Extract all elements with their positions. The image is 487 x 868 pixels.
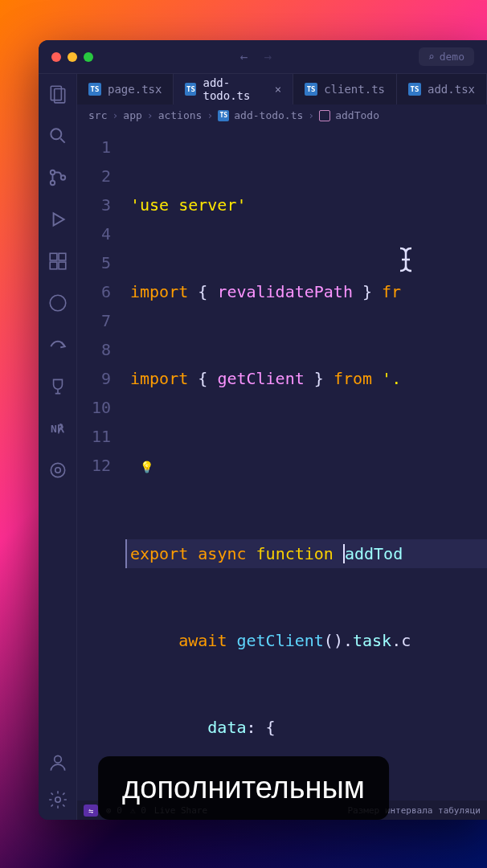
svg-rect-9 bbox=[59, 253, 66, 260]
explorer-icon[interactable] bbox=[47, 84, 68, 104]
editor-window: ← → ⌕ demo bbox=[39, 40, 487, 820]
breadcrumbs[interactable]: src › app › actions › TS add-todo.ts › a… bbox=[77, 104, 487, 126]
svg-point-14 bbox=[55, 468, 60, 473]
chevron-right-icon: › bbox=[147, 109, 153, 121]
trophy-icon[interactable] bbox=[47, 376, 68, 397]
extensions-icon[interactable] bbox=[47, 251, 68, 272]
crumb-app[interactable]: app bbox=[123, 109, 141, 121]
svg-marker-7 bbox=[53, 213, 63, 225]
chevron-right-icon: › bbox=[207, 109, 213, 121]
svg-point-13 bbox=[51, 463, 64, 477]
editor-tabs: TS page.tsx TS add-todo.ts × TS client.t… bbox=[77, 74, 487, 104]
svg-point-4 bbox=[50, 170, 54, 174]
svg-line-3 bbox=[60, 138, 64, 142]
source-control-icon[interactable] bbox=[47, 167, 68, 188]
circle-icon[interactable] bbox=[47, 460, 68, 481]
lightbulb-icon[interactable]: 💡 bbox=[140, 461, 153, 473]
svg-point-15 bbox=[54, 755, 61, 763]
titlebar: ← → ⌕ demo bbox=[39, 40, 487, 74]
github-icon[interactable] bbox=[47, 293, 68, 313]
nx-icon[interactable]: N℟ bbox=[47, 418, 68, 439]
window-controls bbox=[51, 52, 93, 62]
maximize-window-button[interactable] bbox=[84, 52, 93, 62]
tab-label: add.tsx bbox=[428, 83, 475, 96]
main-area: N℟ TS page.tsx TS ad bbox=[39, 74, 487, 820]
crumb-symbol[interactable]: addTodo bbox=[335, 109, 379, 121]
typescript-icon: TS bbox=[408, 83, 421, 96]
debug-icon[interactable] bbox=[47, 209, 68, 230]
typescript-icon: TS bbox=[218, 110, 229, 121]
remote-indicator[interactable]: ⇋ bbox=[84, 805, 98, 817]
tab-add-todo[interactable]: TS add-todo.ts × bbox=[174, 74, 293, 104]
code-content[interactable]: 'use server' import { revalidatePath } f… bbox=[125, 126, 487, 800]
chevron-right-icon: › bbox=[308, 109, 314, 121]
svg-point-16 bbox=[55, 797, 60, 803]
activity-bar: N℟ bbox=[39, 74, 77, 820]
nav-forward-icon[interactable]: → bbox=[264, 49, 272, 64]
share-icon[interactable] bbox=[47, 334, 68, 355]
search-icon[interactable] bbox=[47, 125, 68, 146]
typescript-icon: TS bbox=[305, 83, 317, 96]
crumb-file[interactable]: add-todo.ts bbox=[234, 109, 303, 121]
crumb-src[interactable]: src bbox=[88, 109, 107, 121]
svg-rect-11 bbox=[59, 262, 66, 269]
svg-point-12 bbox=[50, 295, 66, 311]
search-placeholder: demo bbox=[440, 51, 464, 63]
typescript-icon: TS bbox=[88, 83, 101, 96]
svg-rect-8 bbox=[50, 253, 57, 260]
nav-back-icon[interactable]: ← bbox=[240, 49, 248, 64]
svg-rect-10 bbox=[50, 262, 57, 269]
tab-add[interactable]: TS add.tsx bbox=[397, 74, 487, 104]
tab-page[interactable]: TS page.tsx bbox=[77, 74, 174, 104]
svg-point-6 bbox=[60, 175, 64, 179]
subtitle-caption: дополнительным bbox=[98, 756, 389, 820]
editor-area: TS page.tsx TS add-todo.ts × TS client.t… bbox=[77, 74, 487, 820]
tab-label: add-todo.ts bbox=[203, 76, 268, 102]
titlebar-center: ← → bbox=[93, 49, 419, 64]
search-icon: ⌕ bbox=[428, 51, 435, 63]
svg-point-2 bbox=[51, 129, 61, 139]
code-editor[interactable]: 1 2 3 4 5 6 7 8 9 10 11 12 'use server' … bbox=[77, 126, 487, 800]
settings-gear-icon[interactable] bbox=[47, 789, 68, 810]
chevron-right-icon: › bbox=[112, 109, 118, 121]
close-icon[interactable]: × bbox=[275, 83, 281, 96]
crumb-actions[interactable]: actions bbox=[158, 109, 203, 121]
account-icon[interactable] bbox=[47, 752, 68, 773]
command-center-search[interactable]: ⌕ demo bbox=[419, 47, 474, 66]
svg-point-5 bbox=[50, 181, 54, 185]
tab-label: client.ts bbox=[324, 83, 385, 96]
line-numbers: 1 2 3 4 5 6 7 8 9 10 11 12 bbox=[77, 126, 125, 800]
tab-label: page.tsx bbox=[108, 83, 162, 96]
function-symbol-icon bbox=[319, 110, 330, 121]
text-cursor-icon bbox=[395, 245, 416, 274]
close-window-button[interactable] bbox=[51, 52, 61, 62]
minimize-window-button[interactable] bbox=[68, 52, 77, 62]
typescript-icon: TS bbox=[185, 83, 196, 96]
tab-client[interactable]: TS client.ts bbox=[293, 74, 397, 104]
